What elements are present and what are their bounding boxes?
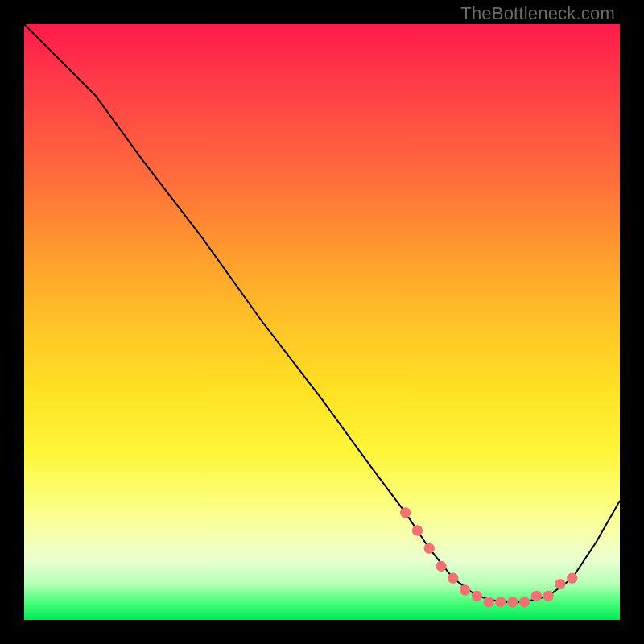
plot-area: [24, 24, 620, 620]
watermark-text: TheBottleneck.com: [460, 3, 615, 24]
chart-frame: TheBottleneck.com: [0, 0, 644, 644]
gradient-background: [24, 24, 620, 620]
